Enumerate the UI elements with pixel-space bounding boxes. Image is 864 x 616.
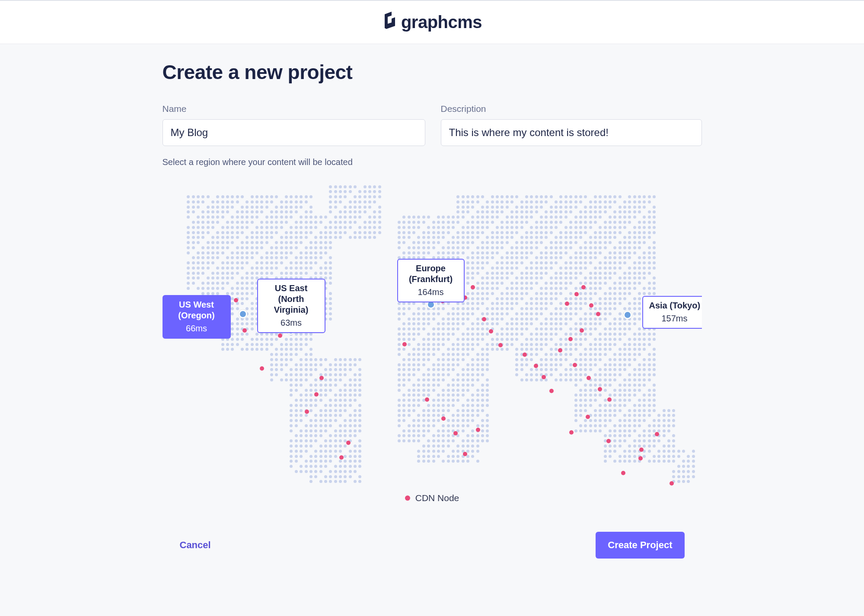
cdn-node-dot xyxy=(558,348,562,352)
description-input[interactable] xyxy=(441,119,702,146)
cancel-button[interactable]: Cancel xyxy=(180,540,211,551)
create-project-button[interactable]: Create Project xyxy=(596,532,684,559)
cdn-node-dot xyxy=(453,431,458,435)
world-dot-map xyxy=(163,175,702,490)
top-bar: graphcms xyxy=(0,0,864,44)
cdn-node-dot xyxy=(670,481,674,486)
description-field-group: Description xyxy=(441,104,702,146)
cdn-node-dot xyxy=(542,375,546,379)
cdn-node-dot xyxy=(482,317,486,321)
project-form-row: Name Description xyxy=(163,104,702,146)
cdn-node-dot xyxy=(607,397,612,402)
cdn-node-dot xyxy=(476,428,480,432)
cdn-node-dot xyxy=(305,410,309,414)
cdn-node-dot xyxy=(587,376,591,380)
region-card-us-west[interactable]: US West (Oregon) 66ms xyxy=(163,295,231,339)
cdn-node-dot xyxy=(580,328,584,333)
cdn-node-dot xyxy=(569,430,574,435)
cdn-node-dot xyxy=(606,439,611,443)
cdn-node-dot xyxy=(523,352,527,357)
cdn-node-dot xyxy=(589,303,593,308)
legend-cdn-label: CDN Node xyxy=(415,493,459,503)
cdn-node-dot xyxy=(621,471,625,475)
cdn-node-dot xyxy=(471,285,475,289)
page-content: Create a new project Name Description Se… xyxy=(163,44,702,584)
cdn-node-dot xyxy=(639,448,644,452)
cdn-node-dot xyxy=(498,343,503,347)
region-card-us-east[interactable]: US East (North Virginia) 63ms xyxy=(257,279,325,333)
region-map: US West (Oregon) 66ms US East (North Vir… xyxy=(163,175,702,490)
cdn-node-dot xyxy=(596,312,600,316)
region-dot-us-west[interactable] xyxy=(239,310,247,318)
region-latency: 66ms xyxy=(169,324,224,333)
cdn-node-dot xyxy=(565,302,569,306)
region-helper-text: Select a region where your content will … xyxy=(163,157,702,167)
name-field-group: Name xyxy=(163,104,425,146)
cdn-node-dot xyxy=(441,416,446,421)
cdn-node-dot xyxy=(242,328,247,333)
cdn-node-dot xyxy=(549,389,554,393)
cdn-node-dot xyxy=(638,456,643,460)
region-dot-asia[interactable] xyxy=(623,311,632,319)
region-title: Asia (Tokyo) xyxy=(649,300,700,311)
region-latency: 164ms xyxy=(404,287,458,297)
cdn-node-dot xyxy=(534,364,538,368)
cdn-node-dot xyxy=(489,329,493,333)
name-input[interactable] xyxy=(163,119,425,146)
cdn-node-dot xyxy=(319,376,324,380)
region-latency: 157ms xyxy=(649,314,700,324)
description-label: Description xyxy=(441,104,702,114)
region-title: US East (North Virginia) xyxy=(264,283,319,315)
cdn-node-dot xyxy=(314,392,319,397)
region-latency: 63ms xyxy=(264,318,319,328)
cdn-node-dot-icon xyxy=(405,495,410,501)
brand-logo: graphcms xyxy=(382,11,482,34)
cdn-node-dot xyxy=(463,452,467,456)
cdn-node-dot xyxy=(425,397,429,402)
cdn-node-dot xyxy=(402,342,407,346)
cdn-node-dot xyxy=(573,363,577,367)
region-card-asia[interactable]: Asia (Tokyo) 157ms xyxy=(642,296,702,329)
region-title: Europe (Frankfurt) xyxy=(404,263,458,285)
region-card-europe[interactable]: Europe (Frankfurt) 164ms xyxy=(397,259,465,302)
page-title: Create a new project xyxy=(163,60,702,84)
cdn-node-dot xyxy=(346,441,351,445)
cdn-node-dot xyxy=(234,298,238,302)
region-title: US West (Oregon) xyxy=(169,299,224,321)
cdn-node-dot xyxy=(260,366,264,371)
brand-wordmark: graphcms xyxy=(401,13,482,32)
cdn-node-dot xyxy=(655,432,659,436)
cdn-node-dot xyxy=(339,455,344,460)
cdn-node-dot xyxy=(581,285,586,289)
brand-logomark-icon xyxy=(382,11,396,34)
map-legend: CDN Node xyxy=(163,493,702,503)
cdn-node-dot xyxy=(568,337,573,341)
cdn-node-dot xyxy=(278,333,282,338)
name-label: Name xyxy=(163,104,425,114)
cdn-node-dot xyxy=(598,387,602,391)
action-bar: Cancel Create Project xyxy=(163,532,702,559)
cdn-node-dot xyxy=(586,415,590,419)
cdn-node-dot xyxy=(574,292,579,296)
